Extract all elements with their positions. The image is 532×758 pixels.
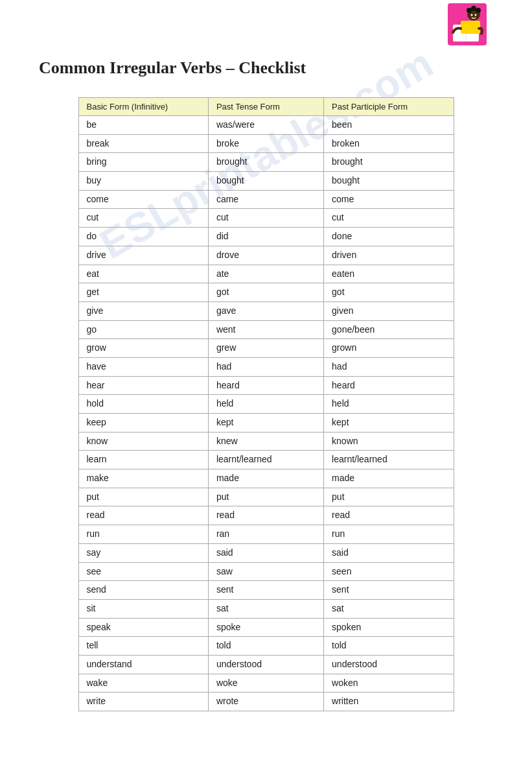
verb-basic-form: put bbox=[78, 488, 208, 506]
verb-past-tense: saw bbox=[208, 562, 323, 581]
header-past-tense: Past Tense Form bbox=[208, 98, 323, 116]
table-row: runranrun bbox=[78, 525, 454, 544]
table-row: holdheldheld bbox=[78, 395, 454, 414]
verb-past-participle: put bbox=[324, 488, 454, 506]
table-row: seesawseen bbox=[78, 562, 454, 581]
verb-past-participle: had bbox=[324, 357, 454, 376]
table-row: speakspokespoken bbox=[78, 618, 454, 637]
table-row: understandunderstoodunderstood bbox=[78, 655, 454, 674]
verb-past-tense: went bbox=[208, 320, 323, 339]
verb-basic-form: see bbox=[78, 562, 208, 581]
verb-past-participle: grown bbox=[324, 339, 454, 358]
verb-past-participle: cut bbox=[324, 209, 454, 228]
verb-basic-form: get bbox=[78, 283, 208, 302]
verb-past-tense: came bbox=[208, 190, 323, 209]
verb-past-participle: run bbox=[324, 525, 454, 544]
table-row: eatateeaten bbox=[78, 265, 454, 283]
verb-past-tense: heard bbox=[208, 376, 323, 395]
verb-past-participle: driven bbox=[324, 246, 454, 265]
verb-past-tense: got bbox=[208, 283, 323, 302]
verb-past-participle: understood bbox=[324, 655, 454, 674]
verb-past-participle: brought bbox=[324, 153, 454, 172]
verb-past-participle: known bbox=[324, 432, 454, 451]
table-row: sitsatsat bbox=[78, 599, 454, 618]
svg-point-7 bbox=[471, 14, 473, 16]
table-row: makemademade bbox=[78, 469, 454, 488]
verb-basic-form: learn bbox=[78, 451, 208, 469]
verb-past-participle: held bbox=[324, 395, 454, 414]
verb-basic-form: do bbox=[78, 228, 208, 246]
verb-past-participle: heard bbox=[324, 376, 454, 395]
table-row: knowknewknown bbox=[78, 432, 454, 451]
verb-basic-form: sit bbox=[78, 599, 208, 618]
verb-past-participle: given bbox=[324, 302, 454, 320]
verb-past-participle: woken bbox=[324, 674, 454, 693]
verb-past-tense: drove bbox=[208, 246, 323, 265]
verb-past-tense: had bbox=[208, 357, 323, 376]
verb-past-participle: read bbox=[324, 506, 454, 525]
table-row: getgotgot bbox=[78, 283, 454, 302]
verb-past-tense: made bbox=[208, 469, 323, 488]
verb-basic-form: keep bbox=[78, 414, 208, 432]
table-row: havehadhad bbox=[78, 357, 454, 376]
verb-basic-form: send bbox=[78, 581, 208, 600]
header-area: Common Irregular Verbs – Checklist bbox=[39, 19, 493, 78]
verb-past-participle: done bbox=[324, 228, 454, 246]
verb-basic-form: break bbox=[78, 134, 208, 153]
verb-past-tense: told bbox=[208, 637, 323, 656]
verb-basic-form: eat bbox=[78, 265, 208, 283]
verb-basic-form: wake bbox=[78, 674, 208, 693]
verb-past-tense: grew bbox=[208, 339, 323, 358]
verb-past-tense: wrote bbox=[208, 693, 323, 711]
verb-past-tense: ate bbox=[208, 265, 323, 283]
table-row: givegavegiven bbox=[78, 302, 454, 320]
verb-past-participle: eaten bbox=[324, 265, 454, 283]
verb-basic-form: go bbox=[78, 320, 208, 339]
table-row: learnlearnt/learnedlearnt/learned bbox=[78, 451, 454, 469]
header-past-participle: Past Participle Form bbox=[324, 98, 454, 116]
verb-past-participle: sent bbox=[324, 581, 454, 600]
verb-past-tense: understood bbox=[208, 655, 323, 674]
verb-past-tense: held bbox=[208, 395, 323, 414]
verb-past-tense: woke bbox=[208, 674, 323, 693]
verb-past-tense: broke bbox=[208, 134, 323, 153]
verb-basic-form: drive bbox=[78, 246, 208, 265]
verb-basic-form: tell bbox=[78, 637, 208, 656]
page-title: Common Irregular Verbs – Checklist bbox=[39, 58, 306, 78]
verb-past-tense: said bbox=[208, 543, 323, 562]
verb-past-tense: knew bbox=[208, 432, 323, 451]
verb-basic-form: say bbox=[78, 543, 208, 562]
verb-past-participle: sat bbox=[324, 599, 454, 618]
table-row: readreadread bbox=[78, 506, 454, 525]
svg-point-6 bbox=[476, 8, 481, 13]
verb-past-tense: did bbox=[208, 228, 323, 246]
verb-past-participle: learnt/learned bbox=[324, 451, 454, 469]
table-row: hearheardheard bbox=[78, 376, 454, 395]
table-row: wakewokewoken bbox=[78, 674, 454, 693]
table-row: growgrewgrown bbox=[78, 339, 454, 358]
table-row: cutcutcut bbox=[78, 209, 454, 228]
header-basic-form: Basic Form (Infinitive) bbox=[78, 98, 208, 116]
verb-past-participle: bought bbox=[324, 172, 454, 191]
table-row: keepkeptkept bbox=[78, 414, 454, 432]
verb-past-participle: broken bbox=[324, 134, 454, 153]
table-row: telltoldtold bbox=[78, 637, 454, 656]
verb-basic-form: hear bbox=[78, 376, 208, 395]
verb-past-participle: told bbox=[324, 637, 454, 656]
verb-basic-form: make bbox=[78, 469, 208, 488]
verb-basic-form: bring bbox=[78, 153, 208, 172]
verb-past-tense: cut bbox=[208, 209, 323, 228]
table-row: drivedrovedriven bbox=[78, 246, 454, 265]
svg-point-4 bbox=[467, 8, 472, 13]
verb-past-participle: been bbox=[324, 116, 454, 135]
table-row: bringbroughtbrought bbox=[78, 153, 454, 172]
table-row: dodiddone bbox=[78, 228, 454, 246]
verb-basic-form: run bbox=[78, 525, 208, 544]
svg-point-5 bbox=[471, 6, 476, 11]
verb-past-participle: made bbox=[324, 469, 454, 488]
verb-past-tense: bought bbox=[208, 172, 323, 191]
table-row: sendsentsent bbox=[78, 581, 454, 600]
verb-past-tense: gave bbox=[208, 302, 323, 320]
verb-basic-form: be bbox=[78, 116, 208, 135]
verb-past-tense: sent bbox=[208, 581, 323, 600]
